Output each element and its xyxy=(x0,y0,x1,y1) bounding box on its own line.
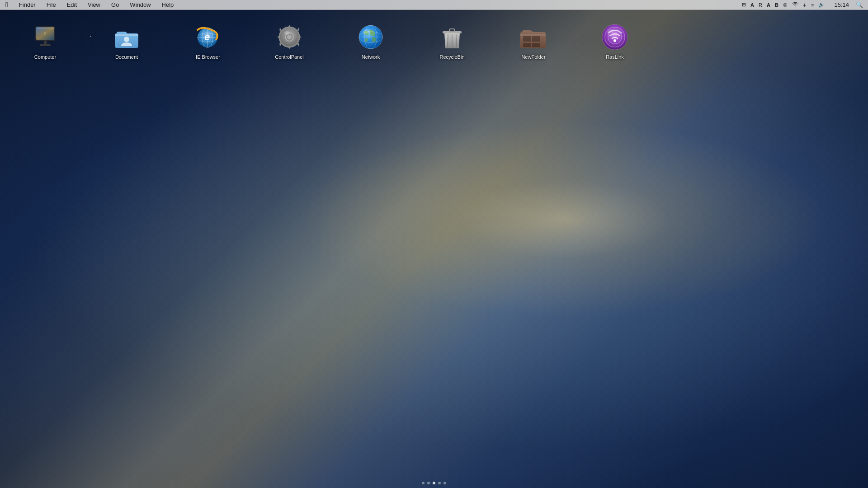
tray-icon-list[interactable]: ≡ xyxy=(810,2,815,8)
svg-line-80 xyxy=(448,34,448,47)
recycle-icon-image xyxy=(438,23,467,52)
menubar-finder[interactable]: Finder xyxy=(17,1,38,8)
svg-point-93 xyxy=(613,39,616,42)
desktop-icon-computer[interactable]:  Computer xyxy=(27,23,63,61)
menubar-go[interactable]: Go xyxy=(109,1,121,8)
menubar-window[interactable]: Window xyxy=(128,1,152,8)
svg-point-94 xyxy=(608,29,614,33)
svg-rect-89 xyxy=(520,34,546,36)
menubar-view[interactable]: View xyxy=(86,1,102,8)
menubar-right: ⊞ A R A B ◎ + ≡ 🔊 15:14 🔍 xyxy=(741,1,864,9)
ie-icon-label: IE Browser xyxy=(194,53,222,61)
newfolder-icon-label: NewFolder xyxy=(519,53,547,61)
computer-icon-image:  xyxy=(31,23,60,52)
newfolder-icon-image xyxy=(519,23,548,52)
dock-dot-3 xyxy=(433,482,435,484)
svg-rect-60 xyxy=(115,34,138,36)
dock-dot-2 xyxy=(427,482,430,484)
svg-point-78 xyxy=(363,29,370,34)
svg-rect-84 xyxy=(449,29,455,32)
menubar-edit[interactable]: Edit xyxy=(65,1,79,8)
controlpanel-icon-label: ControlPanel xyxy=(273,53,306,61)
raslink-icon-label: RasLink xyxy=(604,53,626,61)
desktop-icon-recycle-bin[interactable]: RecycleBin xyxy=(434,23,470,61)
tray-icon-wifi[interactable] xyxy=(791,1,800,9)
svg-rect-87 xyxy=(523,43,531,47)
svg-text::  xyxy=(44,31,46,36)
dock-dot-5 xyxy=(443,482,446,484)
tray-icon-b[interactable]: B xyxy=(774,2,780,8)
apple-menu[interactable]:  xyxy=(4,1,10,9)
dock-dot-4 xyxy=(438,482,441,484)
ie-icon-image: e xyxy=(193,23,222,52)
desktop-icon-ie-browser[interactable]: e IE Browser xyxy=(190,23,226,61)
controlpanel-icon-image xyxy=(275,23,304,52)
tray-icon-a1[interactable]: A xyxy=(749,2,755,8)
desktop-icon-network[interactable]: Network xyxy=(353,23,389,61)
document-icon-label: Document xyxy=(113,53,140,61)
svg-rect-86 xyxy=(532,36,540,42)
tray-icon-circle[interactable]: ◎ xyxy=(782,2,789,8)
raslink-icon-image xyxy=(600,23,629,52)
dock-dot-1 xyxy=(422,482,425,484)
svg-text:e: e xyxy=(204,31,210,42)
tray-icon-search[interactable]: 🔍 xyxy=(854,1,864,8)
menubar-help[interactable]: Help xyxy=(160,1,176,8)
menubar:  Finder File Edit View Go Window Help ⊞… xyxy=(0,0,868,10)
tray-icon-plus[interactable]: + xyxy=(802,1,808,9)
desktop-background xyxy=(0,0,868,488)
svg-point-73 xyxy=(284,31,290,35)
menubar-left:  Finder File Edit View Go Window Help xyxy=(4,1,175,9)
svg-point-61 xyxy=(124,37,129,42)
network-icon-image xyxy=(356,23,385,52)
computer-icon-label: Computer xyxy=(33,53,58,61)
svg-rect-85 xyxy=(523,36,531,42)
svg-line-82 xyxy=(456,34,457,47)
network-icon-label: Network xyxy=(360,53,382,61)
desktop-icon-raslink[interactable]: RasLink xyxy=(597,23,633,61)
svg-rect-56 xyxy=(37,28,54,29)
tray-icon-r[interactable]: R xyxy=(757,2,764,8)
desktop-icon-document[interactable]: Document xyxy=(108,23,145,61)
desktop-icon-new-folder[interactable]: NewFolder xyxy=(515,23,552,61)
tray-icon-volume[interactable]: 🔊 xyxy=(817,2,826,8)
dock-indicator xyxy=(422,482,446,484)
tray-icon-a2[interactable]: A xyxy=(765,2,772,8)
svg-rect-57 xyxy=(44,41,47,44)
tray-icons: ⊞ A R A B ◎ + ≡ 🔊 xyxy=(741,1,826,9)
desktop-icon-controlpanel[interactable]: ControlPanel xyxy=(271,23,307,61)
desktop-icons:  Computer xyxy=(0,14,868,70)
svg-rect-88 xyxy=(532,43,540,47)
tray-icon-grid[interactable]: ⊞ xyxy=(741,2,747,8)
recycle-icon-label: RecycleBin xyxy=(438,53,466,61)
svg-point-72 xyxy=(287,35,292,39)
svg-rect-58 xyxy=(40,44,51,46)
document-icon-image xyxy=(112,23,141,52)
menubar-clock: 15:14 xyxy=(832,1,851,8)
menubar-file[interactable]: File xyxy=(45,1,58,8)
